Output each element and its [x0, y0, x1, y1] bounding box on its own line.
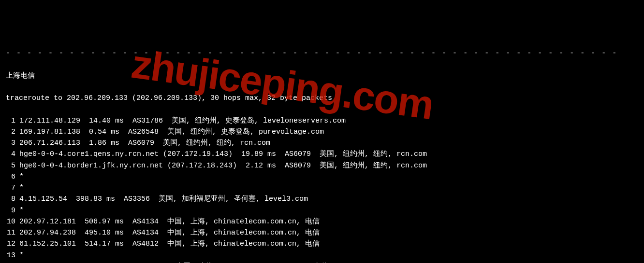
hop-detail: 202.97.12.181 506.97 ms AS4134 中国, 上海, c…: [19, 216, 638, 227]
hop-number: 9: [6, 205, 19, 216]
hop-row: 1261.152.25.101 514.17 ms AS4812 中国, 上海,…: [6, 238, 638, 249]
hop-row: 3206.71.246.113 1.86 ms AS6079 美国, 纽约州, …: [6, 138, 638, 149]
hop-row: 14180.169.255.122 544.99 ms AS4812 中国, 上…: [6, 261, 638, 263]
hop-row: 11202.97.94.238 495.10 ms AS4134 中国, 上海,…: [6, 227, 638, 238]
hop-detail: *: [19, 182, 638, 194]
hop-number: 7: [6, 182, 19, 194]
hop-row: 2169.197.81.138 0.54 ms AS26548 美国, 纽约州,…: [6, 126, 638, 138]
hop-row: 7*: [6, 182, 638, 194]
hop-number: 14: [6, 261, 19, 263]
hop-row: 13*: [6, 250, 638, 261]
hop-number: 13: [6, 250, 19, 261]
hop-number: 10: [6, 216, 19, 227]
hop-row: 84.15.125.54 398.83 ms AS3356 美国, 加利福尼亚州…: [6, 194, 638, 205]
hop-number: 5: [6, 160, 19, 171]
hop-row: 10202.97.12.181 506.97 ms AS4134 中国, 上海,…: [6, 216, 638, 227]
hop-number: 6: [6, 171, 19, 182]
hop-number: 11: [6, 227, 19, 238]
hop-detail: *: [19, 205, 638, 216]
hop-number: 4: [6, 149, 19, 160]
hop-detail: 169.197.81.138 0.54 ms AS26548 美国, 纽约州, …: [19, 126, 638, 138]
traceroute-intro: traceroute to 202.96.209.133 (202.96.209…: [6, 93, 638, 104]
hop-detail: 61.152.25.101 514.17 ms AS4812 中国, 上海, c…: [19, 238, 638, 249]
hop-row: 1172.111.48.129 14.40 ms AS31786 美国, 纽约州…: [6, 115, 638, 126]
hop-row: 4hge0-0-0-4.core1.qens.ny.rcn.net (207.1…: [6, 149, 638, 160]
hop-row: 6*: [6, 171, 638, 182]
hop-row: 9*: [6, 205, 638, 216]
hop-detail: 202.97.94.238 495.10 ms AS4134 中国, 上海, c…: [19, 227, 638, 238]
hop-detail: hge0-0-0-4.border1.jfk.ny.rcn.net (207.1…: [19, 160, 638, 171]
hop-number: 8: [6, 194, 19, 205]
hop-number: 12: [6, 238, 19, 249]
hop-row: 5hge0-0-0-4.border1.jfk.ny.rcn.net (207.…: [6, 160, 638, 171]
hop-detail: 180.169.255.122 544.99 ms AS4812 中国, 上海,…: [19, 261, 638, 263]
hop-number: 1: [6, 115, 19, 126]
hop-detail: 172.111.48.129 14.40 ms AS31786 美国, 纽约州,…: [19, 115, 638, 126]
hop-number: 2: [6, 126, 19, 138]
separator-line: - - - - - - - - - - - - - - - - - - - - …: [6, 48, 638, 59]
hop-number: 3: [6, 138, 19, 149]
hop-detail: 206.71.246.113 1.86 ms AS6079 美国, 纽约州, 纽…: [19, 138, 638, 149]
hops-list: 1172.111.48.129 14.40 ms AS31786 美国, 纽约州…: [6, 115, 638, 263]
title-line: 上海电信: [6, 70, 638, 82]
hop-detail: *: [19, 250, 638, 261]
hop-detail: hge0-0-0-4.core1.qens.ny.rcn.net (207.17…: [19, 149, 638, 160]
hop-detail: 4.15.125.54 398.83 ms AS3356 美国, 加利福尼亚州,…: [19, 194, 638, 205]
hop-detail: *: [19, 171, 638, 182]
